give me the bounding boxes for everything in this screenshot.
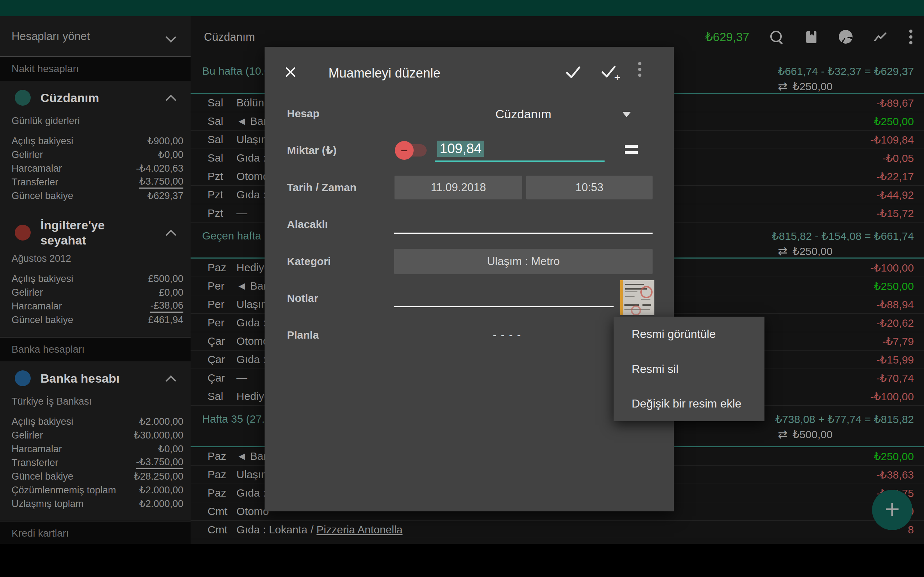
transaction-day: Çar — [208, 335, 225, 347]
context-menu-item[interactable]: Resmi sil — [614, 351, 764, 387]
stat-label: Gelirler — [11, 430, 43, 441]
category-button[interactable]: Ulaşım : Metro — [394, 249, 653, 274]
current-balance: ₺629,37 — [705, 30, 749, 44]
account-stat-line: Güncel bakiye₺28.250,00 — [0, 469, 191, 483]
stat-label: Açılış bakiyesi — [11, 273, 73, 285]
transaction-day: Sal — [208, 115, 223, 127]
templates-icon[interactable] — [804, 30, 819, 44]
account-stat-line: Güncel bakiye£461,94 — [0, 313, 191, 327]
overflow-menu-icon[interactable] — [908, 29, 913, 44]
account-label: Hesap — [287, 108, 320, 120]
sidebar-section-header: Kredi kartları — [0, 521, 191, 544]
picture-context-menu: Resmi görüntüleResmi silDeğişik bir resi… — [614, 317, 764, 421]
notes-input[interactable] — [394, 306, 614, 307]
transaction-text: Otomo — [236, 335, 269, 347]
distribution-pie-icon[interactable] — [839, 30, 853, 44]
transaction-day: Per — [208, 317, 225, 329]
transaction-amount: ₺250,00 — [874, 280, 914, 292]
transaction-text: Gıda : Lokanta / Pizzeria Antonella — [236, 524, 402, 536]
save-and-new-icon[interactable]: + — [599, 63, 618, 82]
transaction-amount: -₺0,05 — [882, 152, 914, 164]
history-trend-icon[interactable] — [874, 30, 888, 44]
week-balance-equation: ₺815,82 - ₺154,08 = ₺661,74 — [772, 230, 914, 242]
transaction-day: Pzt — [208, 189, 223, 201]
stat-value: ₺2.000,00 — [139, 484, 183, 496]
transaction-amount: ₺250,00 — [874, 115, 914, 128]
chevron-down-icon[interactable] — [166, 32, 176, 43]
amount-input[interactable]: 109,84 — [437, 141, 484, 157]
account-stat-line: Harcamalar₺0,00 — [0, 442, 191, 456]
stat-value: £461,94 — [148, 314, 183, 326]
time-button[interactable]: 10:53 — [526, 176, 653, 200]
calculator-equals-icon[interactable] — [625, 145, 638, 157]
account-subtitle: Türkiye İş Bankası — [11, 396, 191, 411]
add-transaction-fab[interactable]: + — [872, 490, 913, 530]
transaction-amount: -₺88,94 — [876, 298, 914, 311]
transfer-swap-icon: ⇄ — [778, 244, 788, 258]
edit-transaction-dialog: Muameleyi düzenle + Hesap Cüzdanım Mikta… — [265, 47, 674, 511]
transfer-swap-icon: ⇄ — [778, 427, 788, 441]
page-title: Cüzdanım — [204, 31, 255, 44]
transaction-row[interactable]: Cmt—-₺25,84 — [191, 539, 924, 544]
chevron-up-icon[interactable] — [166, 376, 176, 386]
transaction-text: Otomo — [236, 505, 269, 517]
sidebar-account-row[interactable]: İngiltere'yeseyahat — [0, 213, 191, 253]
transaction-day: Paz — [208, 469, 226, 481]
transaction-text: Gıda : — [236, 152, 266, 164]
stat-value: ₺30.000,00 — [134, 429, 183, 441]
manage-accounts-row[interactable]: Hesapları yönet — [0, 16, 191, 57]
stat-value: ₺2.000,00 — [139, 416, 183, 427]
minus-toggle-knob[interactable]: − — [395, 141, 414, 160]
week-transfer-line: ⇄₺250,00 — [778, 79, 833, 93]
account-name: Banka hesabı — [40, 371, 120, 386]
transaction-day: Sal — [208, 97, 223, 109]
stat-label: Güncel bakiye — [11, 190, 73, 201]
transaction-row[interactable]: CmtGıda : Lokanta / Pizzeria Antonella8 — [191, 521, 924, 539]
account-stat-line: Transferler-₺3.750,00 — [0, 456, 191, 469]
sidebar-section-header: Banka hesapları — [0, 338, 191, 361]
transaction-amount: -₺89,67 — [876, 97, 914, 109]
transaction-amount: -₺15,99 — [876, 353, 914, 366]
plan-label: Planla — [287, 329, 319, 341]
sidebar-section-header: Nakit hesapları — [0, 57, 191, 81]
save-check-icon[interactable] — [564, 63, 582, 82]
transaction-amount: -₺22,17 — [876, 170, 914, 183]
search-icon[interactable] — [769, 30, 784, 44]
dialog-overflow-icon[interactable] — [637, 62, 642, 77]
stat-label: Transferler — [11, 457, 58, 469]
transaction-text: Gıda : — [236, 189, 266, 201]
account-spinner[interactable]: Cüzdanım — [394, 104, 653, 124]
account-name: İngiltere'yeseyahat — [40, 218, 105, 248]
chevron-up-icon[interactable] — [166, 230, 176, 240]
account-color-dot — [15, 371, 31, 386]
stat-label: Güncel bakiye — [11, 471, 73, 482]
transaction-day: Per — [208, 280, 225, 292]
payee-input[interactable] — [394, 233, 653, 234]
context-menu-item[interactable]: Değişik bir resim ekle — [614, 386, 764, 421]
plan-value[interactable]: - - - - — [394, 329, 620, 341]
context-menu-item[interactable]: Resmi görüntüle — [614, 317, 764, 351]
stat-value: £0,00 — [159, 287, 183, 298]
sidebar-account-row[interactable]: Banka hesabı — [0, 361, 191, 395]
date-button[interactable]: 11.09.2018 — [394, 176, 522, 200]
close-icon[interactable] — [283, 65, 298, 79]
account-stat-line: Güncel bakiye₺629,37 — [0, 189, 191, 203]
notes-label: Notlar — [287, 292, 318, 305]
amount-label: Miktar (₺) — [287, 144, 337, 156]
account-stat-line: Çözümlenmemiş toplam₺2.000,00 — [0, 483, 191, 497]
account-subtitle: Günlük giderleri — [11, 115, 191, 131]
week-transfer-total: ₺250,00 — [793, 80, 833, 93]
stat-label: Gelirler — [11, 149, 43, 161]
transaction-day: Paz — [208, 487, 226, 499]
sidebar-account-row[interactable]: Cüzdanım — [0, 81, 191, 115]
stat-value: ₺0,00 — [158, 149, 183, 161]
category-label: Kategori — [287, 255, 331, 268]
sign-toggle[interactable]: − — [395, 141, 428, 160]
account-stat-line: Gelirler₺0,00 — [0, 148, 191, 161]
account-stat-line: Uzlaşmış toplam₺2.000,00 — [0, 497, 191, 511]
account-stat-line: Açılış bakiyesi₺900,00 — [0, 134, 191, 148]
account-stat-line: Harcamalar-£38,06 — [0, 299, 191, 313]
week-transfer-line: ⇄₺500,00 — [778, 427, 833, 441]
chevron-up-icon[interactable] — [166, 95, 176, 106]
receipt-thumbnail[interactable] — [620, 280, 654, 315]
